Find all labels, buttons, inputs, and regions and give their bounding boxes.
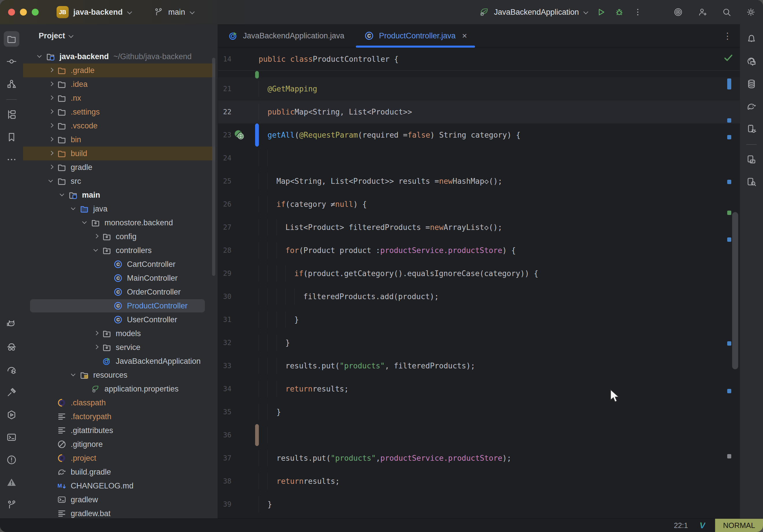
chevron-right-icon[interactable] — [46, 135, 56, 145]
terminal-icon[interactable] — [4, 430, 19, 445]
tree-item-resources[interactable]: resources — [23, 368, 218, 382]
database-icon[interactable] — [744, 76, 759, 92]
error-stripe-mark[interactable] — [727, 118, 731, 123]
close-window-button[interactable] — [8, 9, 15, 16]
git-branch-icon[interactable] — [4, 497, 19, 513]
tree-item--factorypath[interactable]: .factorypath — [23, 410, 218, 424]
caret-position[interactable]: 22:1 — [674, 521, 688, 530]
tree-item-build[interactable]: build — [23, 147, 218, 160]
code-line-27[interactable]: 27List<Product> filteredProducts = new A… — [218, 216, 740, 239]
project-panel-header[interactable]: Project — [23, 24, 218, 47]
tree-item--settings[interactable]: .settings — [23, 105, 218, 119]
code-with-me-icon[interactable] — [696, 6, 709, 19]
search-icon[interactable] — [720, 6, 733, 19]
tree-item--nx[interactable]: .nx — [23, 91, 218, 105]
vcs-marker-added[interactable] — [255, 71, 259, 78]
close-tab-icon[interactable]: × — [462, 31, 467, 41]
code-line-21[interactable]: 21@GetMapping — [218, 77, 740, 100]
code-line-30[interactable]: 30filteredProducts.add(product); — [218, 285, 740, 308]
tree-item-models[interactable]: models — [23, 327, 218, 341]
zoom-window-button[interactable] — [32, 9, 39, 16]
chevron-right-icon[interactable] — [91, 232, 101, 242]
inspections-ok-check-icon[interactable] — [722, 52, 735, 64]
project-tree-scrollbar[interactable] — [212, 58, 215, 276]
tree-item--gradle[interactable]: .gradle — [23, 63, 218, 77]
chevron-right-icon[interactable] — [91, 329, 101, 338]
minimize-window-button[interactable] — [20, 9, 27, 16]
vcs-marker-modified[interactable] — [255, 124, 259, 147]
find-icon[interactable] — [744, 174, 759, 190]
code-line-39[interactable]: 39} — [218, 493, 740, 516]
tree-item-build-gradle[interactable]: build.gradle — [23, 465, 218, 479]
problems-icon[interactable] — [4, 452, 19, 468]
tab-options-kebab-icon[interactable]: ⋮ — [723, 24, 732, 47]
incognito-icon[interactable] — [4, 340, 19, 355]
chevron-right-icon[interactable] — [46, 107, 56, 117]
tree-item-service[interactable]: service — [23, 341, 218, 354]
editor-tab-productcontroller-java[interactable]: CProductController.java× — [354, 24, 477, 47]
tree-item--gitignore[interactable]: .gitignore — [23, 437, 218, 451]
code-line-32[interactable]: 32} — [218, 331, 740, 354]
tree-item-usercontroller[interactable]: CUserController — [23, 313, 218, 327]
vim-mode-badge[interactable]: NORMAL — [715, 519, 763, 532]
error-stripe-mark[interactable] — [727, 211, 731, 215]
run-configuration-widget[interactable]: JavaBackendApplication — [478, 6, 589, 19]
code-line-38[interactable]: 38return results; — [218, 470, 740, 493]
tree-item--vscode[interactable]: .vscode — [23, 119, 218, 133]
bookmarks-icon[interactable] — [4, 129, 19, 145]
tree-item-gradlew-bat[interactable]: gradlew.bat — [23, 507, 218, 518]
editor-tab-javabackendapplication-java[interactable]: JavaBackendApplication.java — [218, 24, 354, 47]
gradle-icon[interactable] — [744, 99, 759, 114]
code-line-36[interactable]: 36 — [218, 424, 740, 447]
tree-item-bin[interactable]: bin — [23, 133, 218, 147]
chevron-down-icon[interactable] — [69, 204, 78, 214]
error-stripe-mark[interactable] — [727, 238, 731, 242]
chevron-down-icon[interactable] — [69, 370, 78, 380]
commit-icon[interactable] — [4, 53, 19, 69]
editor-scrollbar[interactable] — [732, 212, 738, 369]
tree-item--gitattributes[interactable]: .gitattributes — [23, 424, 218, 437]
settings-icon[interactable] — [744, 6, 757, 19]
project-switcher[interactable]: JB java-backend — [56, 6, 133, 18]
tree-item-controllers[interactable]: controllers — [23, 244, 218, 257]
code-viewport[interactable]: 21@GetMapping22public Map<String, List<P… — [218, 71, 740, 518]
tree-item-src[interactable]: src — [23, 174, 218, 188]
code-line-28[interactable]: 28for (Product product : productService.… — [218, 239, 740, 262]
chevron-down-icon[interactable] — [91, 246, 101, 255]
warning-icon[interactable] — [4, 475, 19, 490]
code-line-29[interactable]: 29if (product.getCategory().equalsIgnore… — [218, 262, 740, 285]
tree-item-ordercontroller[interactable]: COrderController — [23, 285, 218, 299]
documentation-icon[interactable] — [744, 152, 759, 167]
tree-item--idea[interactable]: .idea — [23, 77, 218, 91]
tree-item-main[interactable]: main — [23, 188, 218, 202]
tree-item--project[interactable]: .project — [23, 451, 218, 465]
ideavim-icon[interactable]: V — [700, 520, 705, 530]
chevron-right-icon[interactable] — [46, 93, 56, 103]
debug-icon[interactable] — [613, 6, 626, 19]
run-icon[interactable] — [595, 6, 607, 19]
ai-at-icon[interactable] — [672, 6, 685, 19]
tree-item-javabackendapplication[interactable]: JavaBackendApplication — [23, 354, 218, 368]
services-icon[interactable] — [4, 407, 19, 423]
tree-item-java-backend[interactable]: java-backend~/Github/java-backend — [23, 50, 218, 63]
tree-item--classpath[interactable]: .classpath — [23, 396, 218, 410]
chevron-right-icon[interactable] — [91, 343, 101, 352]
tree-item-gradlew[interactable]: gradlew — [23, 493, 218, 507]
error-stripe-mark[interactable] — [727, 78, 731, 89]
ai-assistant-icon[interactable] — [744, 53, 759, 69]
chevron-right-icon[interactable] — [46, 149, 56, 159]
chevron-right-icon[interactable] — [46, 121, 56, 131]
chevron-down-icon[interactable] — [80, 218, 90, 228]
structure-icon[interactable] — [4, 76, 19, 92]
chevron-down-icon[interactable] — [57, 190, 67, 200]
code-line-23[interactable]: 23getAll(@RequestParam(required = false)… — [218, 124, 740, 147]
tree-item-maincontroller[interactable]: CMainController — [23, 271, 218, 285]
code-line-24[interactable]: 24 — [218, 147, 740, 170]
tree-item-cartcontroller[interactable]: CCartController — [23, 257, 218, 271]
chevron-right-icon[interactable] — [46, 162, 56, 172]
profiler-icon[interactable] — [4, 362, 19, 378]
error-stripe-mark[interactable] — [727, 389, 731, 393]
endpoint-gutter-icon[interactable] — [233, 124, 246, 147]
error-stripe-mark[interactable] — [727, 454, 731, 459]
cat-plugin-icon[interactable] — [4, 317, 19, 333]
